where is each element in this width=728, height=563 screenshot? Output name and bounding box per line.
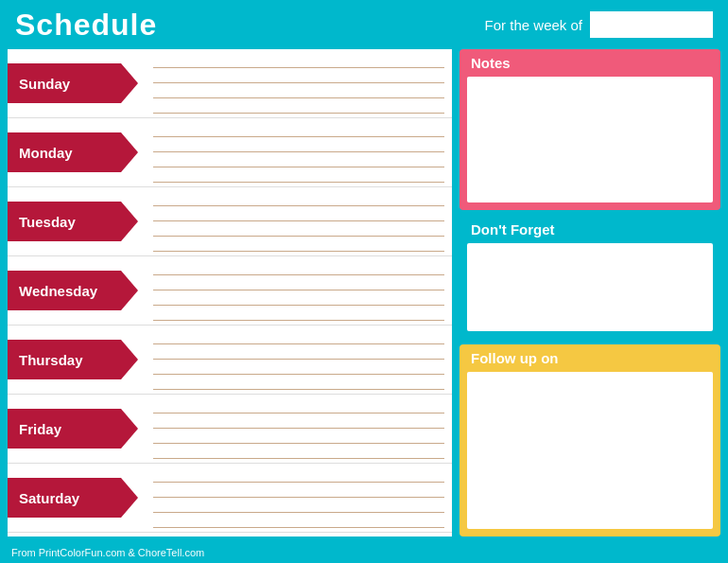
day-banner-monday: Monday [8, 132, 121, 172]
day-label-wrap: Saturday [8, 464, 130, 532]
schedule-panel: SundayMondayTuesdayWednesdayThursdayFrid… [8, 49, 452, 537]
week-of-label: For the week of [485, 17, 582, 33]
main-content: SundayMondayTuesdayWednesdayThursdayFrid… [0, 49, 728, 542]
schedule-line [153, 98, 444, 114]
day-lines[interactable] [130, 187, 452, 255]
header: Schedule For the week of [0, 0, 728, 49]
page-title: Schedule [15, 8, 157, 43]
schedule-line [153, 275, 444, 290]
schedule-line [153, 167, 444, 183]
dont-forget-content[interactable] [467, 243, 713, 331]
day-row: Monday [8, 118, 452, 187]
day-row: Thursday [8, 325, 452, 395]
schedule-line [153, 498, 444, 513]
schedule-line [153, 398, 444, 413]
schedule-line [153, 329, 444, 344]
dont-forget-box: Don't Forget [459, 216, 720, 339]
day-banner-wednesday: Wednesday [8, 271, 121, 310]
day-banner-saturday: Saturday [8, 478, 121, 518]
day-row: Saturday [8, 464, 452, 533]
follow-up-content[interactable] [467, 372, 713, 529]
day-label-wrap: Monday [8, 118, 130, 186]
schedule-line [153, 260, 444, 275]
day-banner-tuesday: Tuesday [8, 202, 121, 241]
footer-text: From PrintColorFun.com & ChoreTell.com [11, 547, 204, 558]
day-row: Wednesday [8, 256, 452, 325]
notes-content[interactable] [467, 77, 713, 202]
schedule-line [153, 413, 444, 429]
schedule-line [153, 122, 444, 137]
day-lines[interactable] [130, 395, 452, 463]
schedule-line [153, 53, 444, 68]
day-row: Tuesday [8, 187, 452, 256]
notes-title: Notes [459, 49, 720, 77]
schedule-line [153, 375, 444, 390]
day-label-wrap: Friday [8, 395, 130, 463]
day-lines[interactable] [130, 49, 452, 117]
day-row: Sunday [8, 49, 452, 118]
schedule-line [153, 68, 444, 83]
schedule-line [153, 191, 444, 206]
day-label-wrap: Wednesday [8, 256, 130, 325]
day-row: Friday [8, 395, 452, 464]
schedule-line [153, 152, 444, 167]
week-of-section: For the week of [485, 11, 713, 38]
day-lines[interactable] [130, 256, 452, 325]
follow-up-box: Follow up on [459, 344, 720, 537]
day-lines[interactable] [130, 118, 452, 186]
notes-box: Notes [459, 49, 720, 210]
day-lines[interactable] [130, 325, 452, 394]
week-input[interactable] [590, 11, 713, 38]
schedule-line [153, 237, 444, 252]
schedule-line [153, 221, 444, 237]
day-banner-thursday: Thursday [8, 340, 121, 379]
schedule-line [153, 290, 444, 306]
right-panel: Notes Don't Forget Follow up on [452, 49, 720, 537]
schedule-line [153, 513, 444, 528]
day-lines[interactable] [130, 464, 452, 532]
schedule-line [153, 83, 444, 98]
footer: From PrintColorFun.com & ChoreTell.com [0, 542, 728, 563]
follow-up-title: Follow up on [459, 344, 720, 372]
dont-forget-title: Don't Forget [459, 216, 720, 243]
day-label-wrap: Tuesday [8, 187, 130, 255]
schedule-line [153, 344, 444, 360]
schedule-line [153, 137, 444, 152]
day-label-wrap: Sunday [8, 49, 130, 117]
schedule-line [153, 306, 444, 321]
schedule-line [153, 483, 444, 498]
schedule-line [153, 429, 444, 444]
schedule-line [153, 467, 444, 483]
schedule-line [153, 360, 444, 375]
day-label-wrap: Thursday [8, 325, 130, 394]
day-banner-sunday: Sunday [8, 63, 121, 103]
schedule-line [153, 444, 444, 459]
day-banner-friday: Friday [8, 409, 121, 449]
schedule-line [153, 206, 444, 221]
